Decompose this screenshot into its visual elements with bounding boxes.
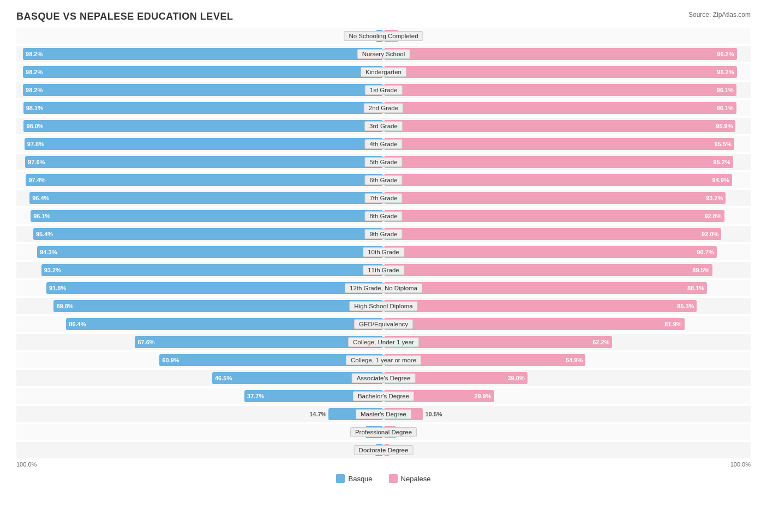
- bar-row: 67.6%College, Under 1 year62.2%: [16, 334, 751, 350]
- chart-title: BASQUE VS NEPALESE EDUCATION LEVEL: [16, 11, 751, 22]
- bar-row: 91.8%12th Grade, No Diploma88.1%: [16, 280, 751, 296]
- chart-container: BASQUE VS NEPALESE EDUCATION LEVEL Sourc…: [0, 0, 767, 532]
- bar-row: 4.6%Professional Degree3.2%: [16, 424, 751, 440]
- left-axis-label: 100.0%: [16, 461, 37, 468]
- bar-row: 46.5%Associate's Degree39.0%: [16, 370, 751, 386]
- axis-labels: 100.0% 100.0%: [16, 461, 751, 468]
- bar-row: 98.2%Kindergarten96.2%: [16, 64, 751, 80]
- bar-row: 97.8%4th Grade95.5%: [16, 136, 751, 152]
- legend: Basque Nepalese: [16, 474, 751, 483]
- bar-row: 86.4%GED/Equivalency81.9%: [16, 316, 751, 332]
- nepalese-legend-color: [389, 474, 398, 483]
- bar-row: 97.4%6th Grade94.9%: [16, 172, 751, 188]
- bar-row: 94.3%10th Grade90.7%: [16, 244, 751, 260]
- bars-wrapper: 1.8%No Schooling Completed3.8%98.2%Nurse…: [16, 28, 751, 459]
- bar-row: 93.2%11th Grade89.5%: [16, 262, 751, 278]
- bar-row: 96.1%8th Grade92.8%: [16, 208, 751, 224]
- bar-row: 1.8%No Schooling Completed3.8%: [16, 28, 751, 44]
- source-label: Source: ZipAtlas.com: [688, 11, 751, 19]
- bar-row: 96.4%7th Grade93.2%: [16, 190, 751, 206]
- bar-row: 98.1%2nd Grade96.1%: [16, 100, 751, 116]
- bar-row: 98.2%Nursery School96.2%: [16, 46, 751, 62]
- bar-row: 14.7%Master's Degree10.5%: [16, 406, 751, 422]
- right-axis-label: 100.0%: [730, 461, 751, 468]
- legend-basque: Basque: [336, 474, 372, 483]
- bar-row: 1.9%Doctorate Degree1.3%: [16, 442, 751, 458]
- bar-row: 98.0%3rd Grade95.9%: [16, 118, 751, 134]
- bar-row: 95.4%9th Grade92.0%: [16, 226, 751, 242]
- bar-row: 37.7%Bachelor's Degree29.9%: [16, 388, 751, 404]
- legend-nepalese: Nepalese: [389, 474, 431, 483]
- bar-row: 89.8%High School Diploma85.3%: [16, 298, 751, 314]
- basque-legend-label: Basque: [348, 475, 372, 483]
- bar-row: 97.6%5th Grade95.2%: [16, 154, 751, 170]
- basque-legend-color: [336, 474, 345, 483]
- bar-row: 60.9%College, 1 year or more54.9%: [16, 352, 751, 368]
- nepalese-legend-label: Nepalese: [401, 475, 431, 483]
- bar-row: 98.2%1st Grade96.1%: [16, 82, 751, 98]
